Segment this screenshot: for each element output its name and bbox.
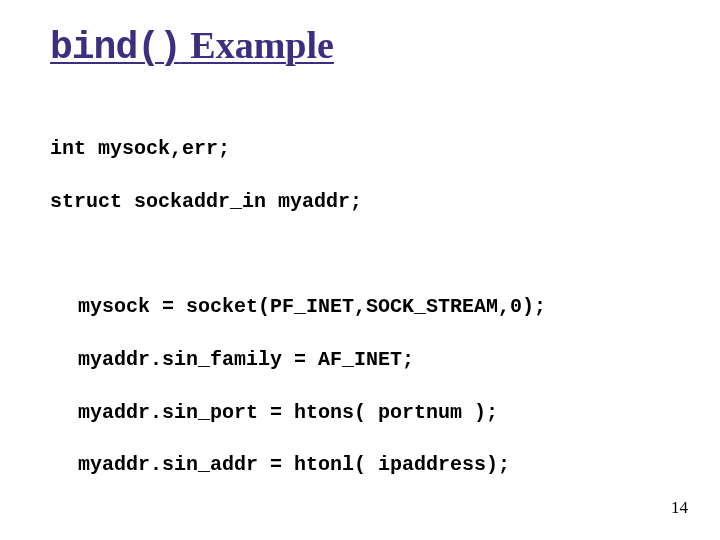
page-number: 14 xyxy=(671,498,688,518)
code-block: int mysock,err; struct sockaddr_in myadd… xyxy=(50,110,670,540)
code-line: struct sockaddr_in myaddr; xyxy=(50,189,670,215)
code-line: myaddr.sin_port = htons( portnum ); xyxy=(50,400,670,426)
code-line: int mysock,err; xyxy=(50,136,670,162)
blank-line xyxy=(50,242,670,268)
code-line: myaddr.sin_addr = htonl( ipaddress); xyxy=(50,452,670,478)
code-line: mysock = socket(PF_INET,SOCK_STREAM,0); xyxy=(50,294,670,320)
slide: bind() Example int mysock,err; struct so… xyxy=(0,0,720,540)
title-function-name: bind() xyxy=(50,26,181,69)
code-line: myaddr.sin_family = AF_INET; xyxy=(50,347,670,373)
title-rest: Example xyxy=(181,24,334,66)
slide-title: bind() Example xyxy=(50,24,670,70)
blank-line xyxy=(50,505,670,531)
